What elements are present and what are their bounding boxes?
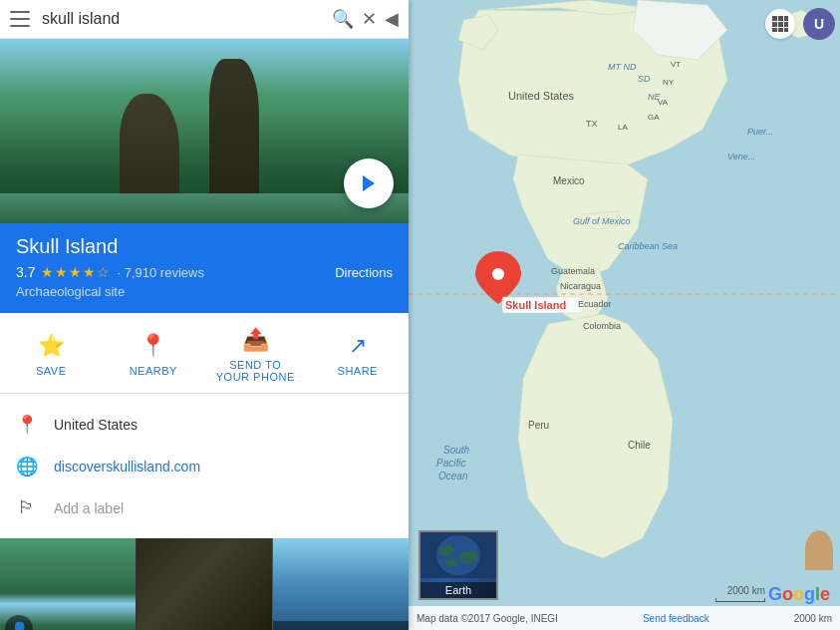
rating-number: 3.7 bbox=[16, 264, 35, 280]
collapse-panel-icon[interactable]: ◀ bbox=[385, 8, 399, 30]
send-to-phone-action[interactable]: 📤 SEND TO YOUR PHONE bbox=[215, 327, 295, 383]
svg-text:Gulf of Mexico: Gulf of Mexico bbox=[573, 216, 631, 226]
details-section: 📍 United States 🌐 discoverskullisland.co… bbox=[0, 394, 409, 538]
map-bottom-bar: Map data ©2017 Google, INEGI Send feedba… bbox=[409, 606, 840, 630]
menu-button[interactable] bbox=[10, 9, 30, 29]
directions-arrow-icon bbox=[363, 175, 375, 191]
map-top-controls: U bbox=[765, 8, 835, 40]
search-input[interactable] bbox=[42, 10, 324, 28]
scale-km: 2000 km bbox=[794, 613, 832, 624]
search-icon[interactable]: 🔍 bbox=[332, 8, 354, 30]
nearby-icon: 📍 bbox=[140, 333, 167, 359]
svg-text:NY: NY bbox=[663, 78, 675, 87]
photos-strip[interactable]: 👤 200 Photos bbox=[0, 538, 409, 630]
scale-bar: 2000 km bbox=[715, 585, 765, 602]
share-label: SHARE bbox=[338, 365, 378, 377]
svg-text:VA: VA bbox=[658, 98, 669, 107]
country-row: 📍 United States bbox=[0, 404, 409, 446]
svg-text:Colombia: Colombia bbox=[583, 321, 621, 331]
scale-text: 2000 km bbox=[794, 613, 832, 624]
svg-text:SD: SD bbox=[638, 74, 651, 84]
svg-text:Ecuador: Ecuador bbox=[578, 299, 612, 309]
scale-label: 2000 km bbox=[727, 585, 765, 596]
directions-link[interactable]: Directions bbox=[335, 265, 393, 280]
globe-icon: 🌐 bbox=[16, 456, 38, 477]
add-label-text[interactable]: Add a label bbox=[54, 500, 124, 516]
svg-text:LA: LA bbox=[618, 123, 628, 132]
photo-1[interactable]: 👤 bbox=[0, 538, 136, 630]
water bbox=[0, 193, 409, 223]
svg-text:Pacific: Pacific bbox=[436, 458, 465, 469]
svg-rect-34 bbox=[772, 22, 777, 27]
action-buttons: ⭐ SAVE 📍 NEARBY 📤 SEND TO YOUR PHONE ↗ S… bbox=[0, 313, 409, 394]
svg-text:United States: United States bbox=[508, 90, 575, 102]
svg-text:MT  ND: MT ND bbox=[608, 62, 637, 72]
svg-rect-35 bbox=[778, 22, 783, 27]
svg-text:Mexico: Mexico bbox=[553, 175, 585, 186]
star-icons: ★★★★☆ bbox=[41, 264, 111, 280]
search-bar: 🔍 ✕ ◀ bbox=[0, 0, 409, 39]
share-action[interactable]: ↗ SHARE bbox=[318, 333, 398, 377]
website-link[interactable]: discoverskullisland.com bbox=[54, 459, 200, 474]
svg-rect-37 bbox=[772, 28, 777, 32]
scale-line bbox=[715, 598, 765, 602]
nearby-action[interactable]: 📍 NEARBY bbox=[114, 333, 193, 377]
send-to-phone-label: SEND TO YOUR PHONE bbox=[215, 359, 295, 383]
location-pin-icon: 📍 bbox=[16, 414, 38, 436]
send-feedback-link[interactable]: Send feedback bbox=[643, 613, 709, 624]
svg-text:Caribbean Sea: Caribbean Sea bbox=[618, 241, 678, 251]
svg-text:Vene...: Vene... bbox=[727, 152, 755, 161]
earth-thumbnail-svg bbox=[420, 532, 496, 578]
svg-text:Guatemala: Guatemala bbox=[551, 266, 595, 276]
svg-text:VT: VT bbox=[671, 60, 681, 69]
save-icon: ⭐ bbox=[38, 333, 66, 359]
map-attribution: Map data ©2017 Google, INEGI bbox=[417, 613, 558, 624]
svg-rect-31 bbox=[772, 16, 777, 21]
country-text: United States bbox=[54, 417, 138, 433]
photo-count-overlay[interactable]: 200 Photos bbox=[273, 621, 409, 630]
left-panel: 🔍 ✕ ◀ Skull Island 3.7 ★★★★☆ · 7,910 rev… bbox=[0, 0, 409, 630]
svg-text:GA: GA bbox=[648, 113, 660, 122]
hero-image bbox=[0, 39, 409, 223]
earth-label: Earth bbox=[420, 582, 496, 598]
flag-icon: 🏳 bbox=[16, 497, 38, 518]
svg-text:South: South bbox=[443, 445, 470, 456]
rock-formation-1 bbox=[120, 94, 179, 203]
svg-text:Peru: Peru bbox=[528, 420, 549, 431]
svg-point-23 bbox=[492, 268, 504, 280]
svg-rect-38 bbox=[778, 28, 783, 32]
reviews-count: · 7,910 reviews bbox=[117, 265, 203, 280]
apps-icon bbox=[771, 15, 789, 33]
svg-text:Chile: Chile bbox=[628, 440, 651, 451]
account-button[interactable]: U bbox=[803, 8, 835, 40]
clear-icon[interactable]: ✕ bbox=[362, 8, 377, 30]
svg-rect-39 bbox=[784, 28, 788, 32]
apps-button[interactable] bbox=[765, 9, 795, 39]
google-logo: Google bbox=[768, 584, 830, 605]
website-row[interactable]: 🌐 discoverskullisland.com bbox=[0, 446, 409, 487]
photo-3[interactable]: 200 Photos bbox=[272, 538, 409, 630]
svg-text:TX: TX bbox=[586, 119, 598, 129]
label-row[interactable]: 🏳 Add a label bbox=[0, 487, 409, 528]
map-panel[interactable]: United States Mexico Gulf of Mexico Cari… bbox=[409, 0, 840, 630]
share-icon: ↗ bbox=[349, 333, 368, 359]
svg-text:Puer...: Puer... bbox=[747, 127, 773, 137]
map-container[interactable]: United States Mexico Gulf of Mexico Cari… bbox=[409, 0, 840, 630]
svg-text:Ocean: Ocean bbox=[438, 471, 468, 481]
earth-thumbnail[interactable]: Earth bbox=[419, 530, 498, 600]
save-action[interactable]: ⭐ SAVE bbox=[11, 333, 91, 377]
send-to-phone-icon: 📤 bbox=[242, 327, 270, 353]
svg-rect-32 bbox=[778, 16, 783, 21]
svg-rect-33 bbox=[784, 16, 788, 21]
place-type: Archaeological site bbox=[16, 284, 393, 299]
directions-fab[interactable] bbox=[344, 158, 394, 208]
photo-2[interactable] bbox=[136, 538, 272, 630]
place-name: Skull Island bbox=[16, 235, 393, 258]
street-view-icon[interactable]: 👤 bbox=[5, 615, 33, 630]
place-info-section: Skull Island 3.7 ★★★★☆ · 7,910 reviews D… bbox=[0, 223, 409, 313]
rock-formation-2 bbox=[209, 59, 259, 198]
svg-text:Nicaragua: Nicaragua bbox=[560, 281, 601, 291]
pegman[interactable] bbox=[805, 530, 833, 570]
svg-rect-36 bbox=[784, 22, 788, 27]
save-label: SAVE bbox=[36, 365, 67, 377]
